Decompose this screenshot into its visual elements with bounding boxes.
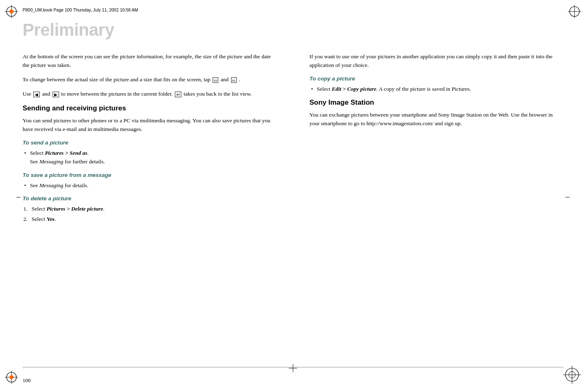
subsection3-list: 1. Select Pictures > Delete picture. 2. … [23, 205, 277, 224]
svg-point-3 [9, 9, 14, 14]
right-subsection1-list: Select Edit > Copy picture. A copy of th… [309, 85, 563, 94]
icon-back: ↩ [175, 92, 181, 97]
subsection1-item1-text: Select Pictures > Send as. [30, 150, 89, 156]
section2-body: You can exchange pictures between your s… [309, 111, 563, 128]
item2-text: Select Yes. [32, 216, 56, 222]
icon-square1: ▭ [213, 77, 218, 83]
intro-para-3: Use ◀ and ▶ to move between the pictures… [23, 90, 277, 99]
right-margin-tick [565, 197, 570, 197]
intro-para-3-and: and [42, 91, 52, 97]
right-subsection1-heading: To copy a picture [309, 76, 563, 82]
right-subsection1-item1: Select Edit > Copy picture. A copy of th… [309, 85, 563, 94]
subsection2-list: See Messaging for details. [23, 181, 277, 190]
page-title: Preliminary [23, 21, 563, 39]
right-item1-text: Select Edit > Copy picture. A copy of th… [317, 86, 471, 92]
subsection3-item1: 1. Select Pictures > Delete picture. [23, 205, 277, 213]
intro-para-3-end: takes you back to the list view. [184, 91, 252, 97]
item1-num: 1. [23, 205, 27, 213]
section1-body: You can send pictures to other phones or… [23, 117, 277, 134]
subsection2-heading: To save a picture from a message [23, 172, 277, 178]
subsection1-item1-see: See Messaging for further details. [30, 158, 105, 165]
subsection3-heading: To delete a picture [23, 195, 277, 202]
intro-para-2-text1: To change between the actual size of the… [23, 76, 212, 83]
reg-mark-tl [5, 5, 18, 18]
page-number: 100 [23, 377, 31, 384]
section1-heading: Sending and receiving pictures [23, 104, 277, 112]
right-intro-para: If you want to use one of your pictures … [309, 53, 563, 70]
reg-mark-tr [568, 5, 581, 18]
icon-arrow-left: ◀ [33, 92, 40, 97]
icon-arrow-right: ▶ [53, 92, 59, 97]
page-container: P800_UM.book Page 100 Thursday, July 11,… [0, 0, 586, 392]
subsection1-list: Select Pictures > Send as. See Messaging… [23, 149, 277, 166]
reg-mark-br [563, 366, 581, 384]
reg-mark-bl [5, 371, 18, 384]
icon-square2: ▭ [231, 77, 237, 83]
subsection2-item1-text: See Messaging for details. [30, 182, 88, 188]
subsection1-heading: To send a picture [23, 140, 277, 146]
subsection3-item2: 2. Select Yes. [23, 215, 277, 224]
section2-heading: Sony Image Station [309, 99, 563, 107]
intro-para-1: At the bottom of the screen you can see … [23, 53, 277, 70]
left-margin-tick [16, 197, 21, 197]
subsection2-item1: See Messaging for details. [23, 181, 277, 190]
intro-para-2-period: . [239, 76, 240, 83]
header-info: P800_UM.book Page 100 Thursday, July 11,… [23, 7, 138, 12]
col-right: If you want to use one of your pictures … [293, 48, 563, 367]
intro-para-2: To change between the actual size of the… [23, 76, 277, 84]
subsection1-item1: Select Pictures > Send as. See Messaging… [23, 149, 277, 166]
intro-para-2-and: and [221, 76, 230, 83]
content-area: Preliminary At the bottom of the screen … [23, 21, 563, 367]
intro-para-3-use: Use [23, 91, 32, 97]
two-col-layout: At the bottom of the screen you can see … [23, 48, 563, 367]
col-left: At the bottom of the screen you can see … [23, 48, 293, 367]
svg-point-10 [9, 375, 14, 379]
item2-num: 2. [23, 215, 27, 224]
intro-para-3-mid: to move between the pictures in the curr… [61, 91, 174, 97]
item1-text: Select Pictures > Delete picture. [32, 206, 105, 212]
